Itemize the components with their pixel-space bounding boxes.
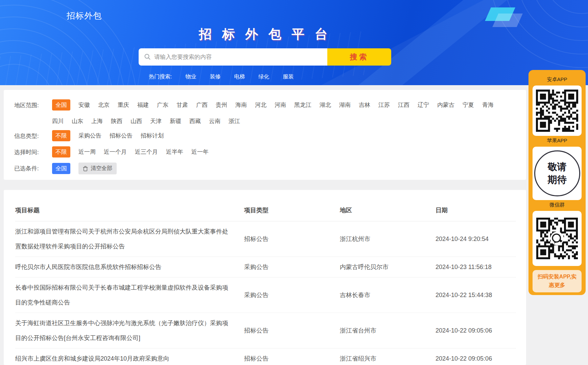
project-region: 吉林长春市 — [340, 291, 436, 299]
table-header: 项目标题 项目类型 地区 日期 — [15, 190, 516, 221]
filter-label-time: 选择时间: — [14, 146, 52, 157]
info-type-tag[interactable]: 招标公告 — [110, 132, 133, 140]
android-app-label: 安卓APP — [547, 76, 567, 83]
hot-search-item[interactable]: 物业 — [185, 73, 196, 80]
info-type-tag-selected[interactable]: 不限 — [52, 130, 70, 141]
region-tag[interactable]: 广西 — [196, 101, 208, 109]
column-header-date: 日期 — [436, 206, 516, 214]
project-date: 2024-10-22 09:05:06 — [436, 355, 516, 362]
results-table: 项目标题 项目类型 地区 日期 浙江和源项目管理有限公司关于杭州市公安局余杭区分… — [4, 190, 526, 365]
trash-icon — [83, 166, 88, 171]
time-tag[interactable]: 近三个月 — [135, 148, 158, 156]
region-tag[interactable]: 四川 — [52, 117, 64, 125]
region-tag[interactable]: 湖北 — [320, 101, 331, 109]
filter-label-region: 地区范围: — [14, 99, 52, 125]
info-type-tag[interactable]: 采购公告 — [78, 132, 101, 140]
region-tag[interactable]: 北京 — [98, 101, 110, 109]
region-tag[interactable]: 天津 — [150, 117, 162, 125]
region-tag[interactable]: 山东 — [72, 117, 83, 125]
region-tag[interactable]: 青海 — [482, 101, 494, 109]
region-tag[interactable]: 陕西 — [111, 117, 122, 125]
hot-search-item[interactable]: 服装 — [283, 73, 293, 80]
column-header-region: 地区 — [340, 206, 436, 214]
region-tag[interactable]: 贵州 — [216, 101, 227, 109]
ios-app-label: 苹果APP — [547, 138, 567, 144]
search-input[interactable] — [139, 48, 327, 66]
table-body: 浙江和源项目管理有限公司关于杭州市公安局余杭区分局刑侦大队重大案事件处置数据处理… — [15, 221, 516, 365]
hot-search: 热门搜索: 物业装修电梯绿化服装 — [139, 73, 391, 80]
filter-label-selected: 已选条件: — [14, 163, 52, 174]
wechat-qr-code — [533, 211, 582, 266]
time-tag[interactable]: 近一个月 — [104, 148, 127, 156]
region-tag[interactable]: 山西 — [131, 117, 142, 125]
region-tag-selected[interactable]: 全国 — [52, 99, 70, 111]
project-type: 采购公告 — [244, 263, 340, 271]
region-tag[interactable]: 内蒙古 — [437, 101, 454, 109]
region-tag[interactable]: 安徽 — [78, 101, 90, 109]
wechat-group-label: 微信群 — [549, 202, 565, 208]
region-tag[interactable]: 河北 — [255, 101, 266, 109]
time-tag[interactable]: 近一周 — [78, 148, 96, 156]
time-tag[interactable]: 近半年 — [166, 148, 183, 156]
install-app-button[interactable]: 扫码安装APP,实惠更多 — [533, 270, 582, 292]
region-tag[interactable]: 甘肃 — [177, 101, 188, 109]
project-title[interactable]: 绍兴市上虞区住房和城乡建设局2024年10月政府采购意向 — [15, 351, 244, 365]
region-tag[interactable]: 浙江 — [229, 117, 240, 125]
column-header-title: 项目标题 — [15, 206, 244, 214]
project-title[interactable]: 关于海虹街道社区卫生服务中心强脉冲光与激光系统（光子嫩肤治疗仪）采购项目的公开招… — [15, 316, 244, 345]
filter-panel: 地区范围: 全国 安徽北京重庆福建广东甘肃广西贵州海南河北河南黑龙江湖北湖南吉林… — [4, 90, 526, 180]
project-region: 内蒙古呼伦贝尔市 — [340, 263, 436, 271]
search-bar: 搜索 — [139, 48, 391, 66]
region-tag[interactable]: 湖南 — [339, 101, 351, 109]
table-row[interactable]: 呼伦贝尔市人民医院市医院信息系统软件招标招标公告 采购公告 内蒙古呼伦贝尔市 2… — [15, 257, 516, 277]
project-region: 浙江省台州市 — [340, 326, 436, 335]
project-type: 招标公告 — [244, 235, 340, 243]
project-title[interactable]: 浙江和源项目管理有限公司关于杭州市公安局余杭区分局刑侦大队重大案事件处置数据处理… — [15, 224, 244, 254]
project-region: 浙江杭州市 — [340, 235, 436, 243]
project-title[interactable]: 呼伦贝尔市人民医院市医院信息系统软件招标招标公告 — [15, 260, 244, 274]
search-box — [139, 48, 327, 66]
project-date: 2024-10-22 09:05:06 — [436, 327, 516, 334]
region-tag[interactable]: 重庆 — [118, 101, 129, 109]
table-row[interactable]: 绍兴市上虞区住房和城乡建设局2024年10月政府采购意向 招标公告 浙江省绍兴市… — [15, 348, 516, 365]
region-tag[interactable]: 云南 — [209, 117, 220, 125]
search-button[interactable]: 搜索 — [327, 48, 391, 66]
region-tag[interactable]: 辽宁 — [418, 101, 429, 109]
region-tag[interactable]: 上海 — [91, 117, 103, 125]
time-tag[interactable]: 近一年 — [191, 148, 209, 156]
selected-condition-tag[interactable]: 全国 — [52, 163, 70, 174]
hero-center: 招 标 外 包 平 台 搜索 热门搜索: 物业装修电梯绿化服装 — [139, 26, 391, 80]
project-title[interactable]: 长春中投国际招标有限公司关于长春市城建工程学校测量虚拟软件及设备采购项目的竞争性… — [15, 280, 244, 310]
project-date: 2024-10-23 11:56:18 — [436, 264, 516, 271]
android-qr-code — [533, 86, 582, 136]
site-logo[interactable]: 招标外包 — [67, 10, 102, 21]
hot-search-item[interactable]: 装修 — [210, 73, 220, 80]
project-type: 招标公告 — [244, 355, 340, 363]
region-tag[interactable]: 海南 — [235, 101, 247, 109]
region-tag[interactable]: 福建 — [137, 101, 149, 109]
region-tag[interactable]: 江西 — [398, 101, 409, 109]
table-row[interactable]: 长春中投国际招标有限公司关于长春市城建工程学校测量虚拟软件及设备采购项目的竞争性… — [15, 277, 516, 313]
ios-coming-soon-box: 敬请期待 — [533, 147, 582, 200]
filter-label-info-type: 信息类型: — [14, 130, 52, 141]
page-title: 招 标 外 包 平 台 — [139, 26, 391, 43]
table-row[interactable]: 浙江和源项目管理有限公司关于杭州市公安局余杭区分局刑侦大队重大案事件处置数据处理… — [15, 221, 516, 257]
hot-search-item[interactable]: 电梯 — [234, 73, 245, 80]
filter-row-info-type: 信息类型: 不限 采购公告招标公告招标计划 — [14, 130, 526, 141]
region-tag[interactable]: 河南 — [275, 101, 286, 109]
clear-all-button[interactable]: 清空全部 — [78, 163, 117, 174]
region-tag[interactable]: 吉林 — [359, 101, 370, 109]
info-type-tag[interactable]: 招标计划 — [141, 132, 164, 140]
coming-soon-text: 敬请期待 — [546, 161, 568, 186]
time-tag-selected[interactable]: 不限 — [52, 146, 70, 157]
hot-search-item[interactable]: 绿化 — [258, 73, 269, 80]
table-row[interactable]: 关于海虹街道社区卫生服务中心强脉冲光与激光系统（光子嫩肤治疗仪）采购项目的公开招… — [15, 313, 516, 348]
region-tag[interactable]: 西藏 — [189, 117, 201, 125]
region-tag[interactable]: 宁夏 — [463, 101, 474, 109]
filter-row-region: 地区范围: 全国 安徽北京重庆福建广东甘肃广西贵州海南河北河南黑龙江湖北湖南吉林… — [14, 99, 526, 125]
region-tag[interactable]: 广东 — [157, 101, 168, 109]
clear-all-label: 清空全部 — [91, 165, 112, 172]
region-tag[interactable]: 江苏 — [378, 101, 390, 109]
region-tag[interactable]: 新疆 — [170, 117, 181, 125]
region-tag[interactable]: 黑龙江 — [294, 101, 311, 109]
